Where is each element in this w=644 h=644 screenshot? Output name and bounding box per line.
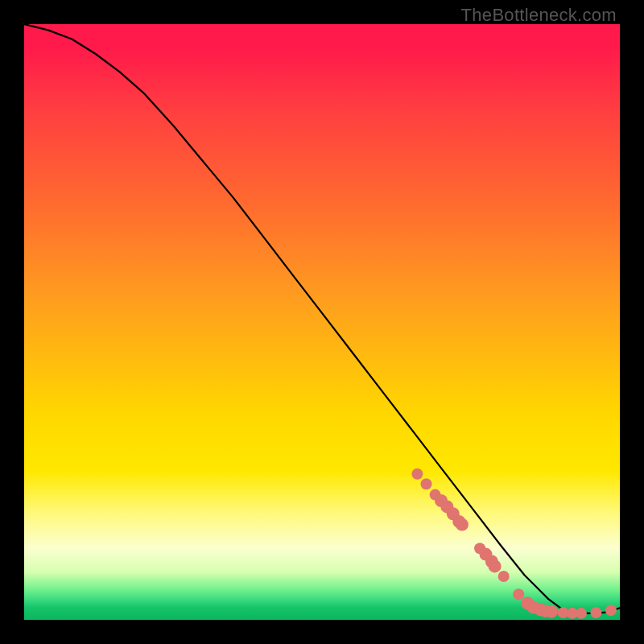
marker-point [605,605,617,616]
source-label: TheBottleneck.com [461,5,617,26]
marker-point [513,588,524,600]
marker-point [590,607,601,618]
marker-point [498,571,510,582]
marker-point [421,478,432,489]
plot-area [24,24,620,620]
marker-point [411,469,423,480]
marker-point [576,608,587,619]
marker-layer [24,24,620,620]
marker-point [489,559,502,572]
chart-stage: TheBottleneck.com [0,0,644,644]
marker-point [456,518,469,531]
marker-point [545,605,558,618]
marker-group [411,469,617,619]
